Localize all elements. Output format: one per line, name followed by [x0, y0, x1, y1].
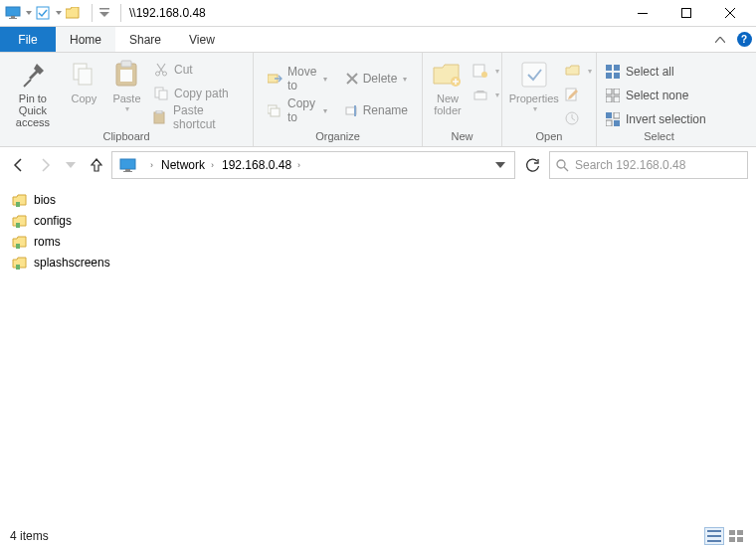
paste-shortcut-button[interactable]: Paste shortcut [149, 106, 249, 128]
open-icon [565, 65, 581, 77]
new-folder-qat-icon[interactable] [64, 4, 82, 22]
edit-button[interactable] [563, 85, 592, 104]
new-item-button[interactable]: ▾ [471, 61, 497, 81]
copy-path-button[interactable]: Copy path [149, 83, 249, 104]
new-folder-icon [432, 59, 464, 91]
svg-rect-26 [474, 92, 486, 99]
select-all-button[interactable]: Select all [601, 61, 720, 83]
svg-rect-16 [154, 112, 164, 123]
properties-qat-icon[interactable] [34, 4, 52, 22]
cut-icon [153, 62, 169, 78]
help-button[interactable]: ? [732, 27, 756, 52]
svg-rect-54 [737, 530, 743, 535]
tab-share[interactable]: Share [115, 27, 175, 52]
svg-rect-11 [120, 70, 132, 82]
svg-rect-52 [707, 540, 721, 542]
tab-view[interactable]: View [175, 27, 229, 52]
address-dropdown-button[interactable] [488, 153, 512, 177]
item-label: bios [34, 193, 56, 207]
tab-home[interactable]: Home [56, 27, 115, 52]
svg-rect-55 [729, 537, 735, 542]
svg-rect-2 [9, 18, 17, 19]
list-item[interactable]: configs [12, 210, 744, 231]
svg-point-12 [155, 72, 159, 76]
svg-rect-22 [354, 105, 356, 116]
svg-rect-17 [156, 110, 162, 113]
svg-point-45 [557, 160, 565, 168]
svg-rect-20 [271, 108, 280, 116]
cut-button[interactable]: Cut [149, 59, 249, 81]
list-item[interactable]: roms [12, 231, 744, 252]
select-none-button[interactable]: Select none [601, 85, 720, 106]
minimize-button[interactable] [621, 0, 664, 27]
open-button[interactable]: ▾ [563, 61, 592, 81]
svg-rect-47 [16, 223, 20, 228]
paste-button[interactable]: Paste ▾ [106, 55, 147, 130]
up-button[interactable] [86, 154, 107, 176]
svg-rect-10 [121, 61, 131, 67]
tab-file[interactable]: File [0, 27, 56, 52]
delete-icon [345, 72, 359, 86]
group-select: Select all Select none Invert selection … [597, 53, 721, 146]
address-bar[interactable]: › Network› 192.168.0.48› [111, 151, 515, 179]
svg-rect-49 [16, 265, 20, 270]
easy-access-icon [472, 88, 488, 101]
share-folder-icon [12, 213, 28, 229]
copy-to-button[interactable]: Copy to ▾ [262, 96, 333, 124]
app-icon[interactable] [4, 4, 22, 22]
group-clipboard: Pin to Quick access Copy Paste ▾ Cut [0, 53, 254, 146]
svg-rect-44 [123, 171, 132, 172]
svg-rect-15 [159, 91, 167, 99]
move-to-button[interactable]: Move to ▾ [262, 65, 333, 92]
ribbon-collapse-button[interactable] [708, 27, 732, 52]
maximize-button[interactable] [664, 0, 708, 27]
pin-to-quick-access-button[interactable]: Pin to Quick access [4, 55, 62, 130]
qat-customize-icon[interactable] [98, 4, 110, 22]
rename-button[interactable]: Rename [339, 96, 414, 124]
qat-dropdown-2[interactable] [56, 4, 64, 22]
svg-rect-5 [638, 13, 648, 14]
large-icons-view-button[interactable] [726, 527, 746, 545]
svg-rect-4 [99, 8, 109, 10]
search-box[interactable] [549, 151, 748, 179]
group-organize: Move to ▾ Copy to ▾ Delete ▾ Rename [254, 53, 423, 146]
details-view-button[interactable] [704, 527, 724, 545]
invert-selection-button[interactable]: Invert selection [601, 108, 720, 130]
refresh-button[interactable] [519, 151, 545, 179]
breadcrumb-network[interactable]: Network› [157, 158, 218, 172]
search-input[interactable] [575, 158, 741, 172]
forward-button[interactable] [34, 154, 56, 176]
new-item-icon [472, 64, 488, 78]
history-button[interactable] [563, 108, 592, 128]
svg-rect-32 [606, 73, 612, 79]
breadcrumb-root-chevron[interactable]: › [142, 160, 157, 170]
svg-rect-34 [606, 89, 612, 94]
svg-rect-41 [614, 120, 620, 126]
svg-rect-40 [606, 120, 612, 126]
new-folder-button[interactable]: New folder [427, 55, 469, 130]
pin-icon [17, 59, 49, 91]
list-item[interactable]: bios [12, 189, 744, 210]
ribbon-tab-strip: File Home Share View ? [0, 27, 756, 53]
qat-dropdown-1[interactable] [26, 4, 34, 22]
quick-access-toolbar [4, 4, 127, 22]
svg-rect-1 [11, 16, 15, 18]
back-button[interactable] [8, 154, 30, 176]
easy-access-button[interactable]: ▾ [471, 85, 497, 104]
item-label: roms [34, 235, 61, 249]
svg-rect-42 [120, 159, 135, 169]
copy-button[interactable]: Copy [64, 55, 104, 130]
svg-rect-48 [16, 244, 20, 249]
breadcrumb-host[interactable]: 192.168.0.48› [218, 158, 304, 172]
list-item[interactable]: splashscreens [12, 252, 744, 273]
paste-icon [110, 59, 142, 91]
properties-button[interactable]: Properties ▾ [506, 55, 561, 130]
recent-locations-button[interactable] [60, 154, 82, 176]
file-list[interactable]: bios configs roms splashscreens [0, 183, 756, 278]
delete-button[interactable]: Delete ▾ [339, 65, 414, 92]
svg-rect-37 [614, 96, 620, 102]
paste-shortcut-icon [153, 109, 168, 125]
svg-point-25 [481, 72, 487, 78]
close-button[interactable] [708, 0, 752, 27]
item-label: configs [34, 214, 72, 228]
